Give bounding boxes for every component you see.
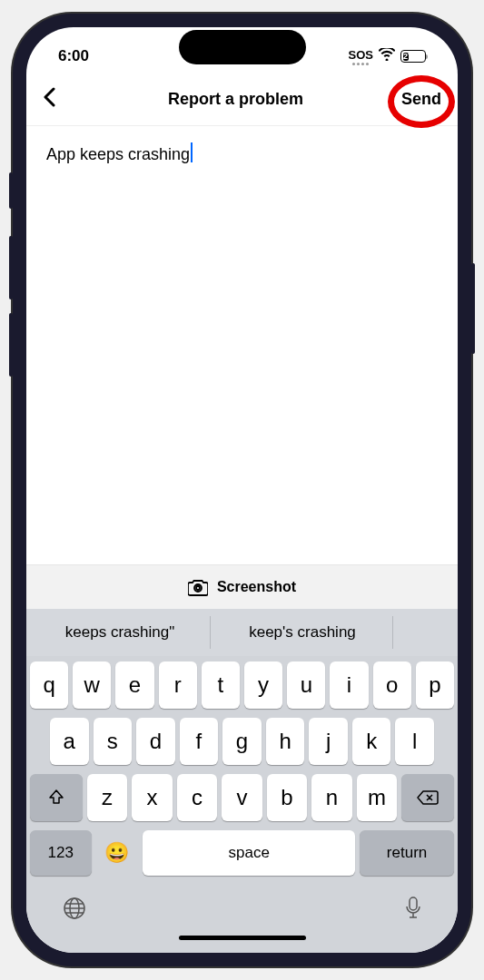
backspace-key[interactable] [401, 774, 454, 821]
key-k[interactable]: k [352, 718, 391, 765]
key-z[interactable]: z [87, 774, 127, 821]
key-g[interactable]: g [222, 718, 262, 765]
key-n[interactable]: n [311, 774, 351, 821]
wifi-icon [379, 47, 395, 65]
phone-frame: 6:00 SOS 27 Report a problem [13, 14, 471, 966]
key-l[interactable]: l [395, 718, 434, 765]
screen: 6:00 SOS 27 Report a problem [26, 27, 458, 953]
key-d[interactable]: d [136, 718, 175, 765]
volume-down-button [9, 313, 13, 377]
status-right: SOS 27 [349, 47, 426, 65]
status-time: 6:00 [58, 47, 89, 65]
key-u[interactable]: u [287, 662, 325, 709]
key-row-3: z x c v b n m [30, 774, 454, 821]
power-button [471, 263, 475, 354]
key-row-1: q w e r t y u i o p [30, 662, 454, 709]
emoji-key[interactable]: 😀 [96, 830, 139, 876]
shift-key[interactable] [30, 774, 83, 821]
numbers-key[interactable]: 123 [30, 830, 92, 876]
back-button[interactable] [43, 87, 70, 111]
key-c[interactable]: c [177, 774, 217, 821]
keyboard: q w e r t y u i o p a s d f g h j k l [26, 656, 458, 953]
key-v[interactable]: v [222, 774, 262, 821]
globe-icon [62, 896, 87, 921]
volume-up-button [9, 236, 13, 299]
annotation-highlight-circle [388, 75, 455, 128]
problem-description-input[interactable]: App keeps crashing [26, 126, 458, 564]
camera-icon [188, 578, 208, 596]
volume-switch [9, 172, 13, 209]
sos-indicator: SOS [349, 48, 373, 65]
send-button[interactable]: Send [401, 90, 441, 109]
key-row-4: 123 😀 space return [30, 830, 454, 876]
keyboard-bottom-bar [30, 885, 454, 928]
suggestion-1[interactable]: keeps crashing" [30, 616, 211, 649]
key-b[interactable]: b [267, 774, 307, 821]
dictation-key[interactable] [404, 896, 422, 925]
keyboard-suggestions: keeps crashing" keep's crashing [26, 609, 458, 656]
key-p[interactable]: p [416, 662, 454, 709]
screenshot-button[interactable]: Screenshot [26, 564, 458, 609]
key-r[interactable]: r [159, 662, 197, 709]
key-w[interactable]: w [73, 662, 111, 709]
text-cursor [191, 142, 193, 162]
suggestion-2[interactable]: keep's crashing [212, 616, 393, 649]
nav-bar: Report a problem Send [26, 74, 458, 126]
chevron-left-icon [43, 87, 55, 107]
backspace-icon [417, 789, 439, 806]
suggestion-3[interactable] [395, 616, 454, 649]
home-indicator[interactable] [179, 936, 306, 940]
key-q[interactable]: q [30, 662, 68, 709]
key-t[interactable]: t [202, 662, 240, 709]
key-m[interactable]: m [357, 774, 397, 821]
key-a[interactable]: a [50, 718, 89, 765]
key-h[interactable]: h [266, 718, 305, 765]
key-e[interactable]: e [115, 662, 153, 709]
battery-icon: 27 [400, 50, 426, 63]
key-s[interactable]: s [94, 718, 133, 765]
page-title: Report a problem [168, 90, 303, 109]
shift-icon [47, 789, 65, 807]
space-key[interactable]: space [143, 830, 355, 876]
microphone-icon [404, 896, 422, 921]
key-i[interactable]: i [330, 662, 368, 709]
key-y[interactable]: y [244, 662, 282, 709]
screenshot-label: Screenshot [217, 579, 296, 595]
key-o[interactable]: o [373, 662, 411, 709]
svg-rect-5 [410, 897, 417, 910]
key-x[interactable]: x [132, 774, 172, 821]
key-row-2: a s d f g h j k l [30, 718, 454, 765]
key-j[interactable]: j [309, 718, 348, 765]
input-text: App keeps crashing [46, 145, 190, 163]
key-f[interactable]: f [180, 718, 219, 765]
globe-key[interactable] [62, 896, 87, 925]
emoji-icon: 😀 [104, 841, 129, 865]
return-key[interactable]: return [360, 830, 454, 876]
dynamic-island [179, 30, 306, 64]
